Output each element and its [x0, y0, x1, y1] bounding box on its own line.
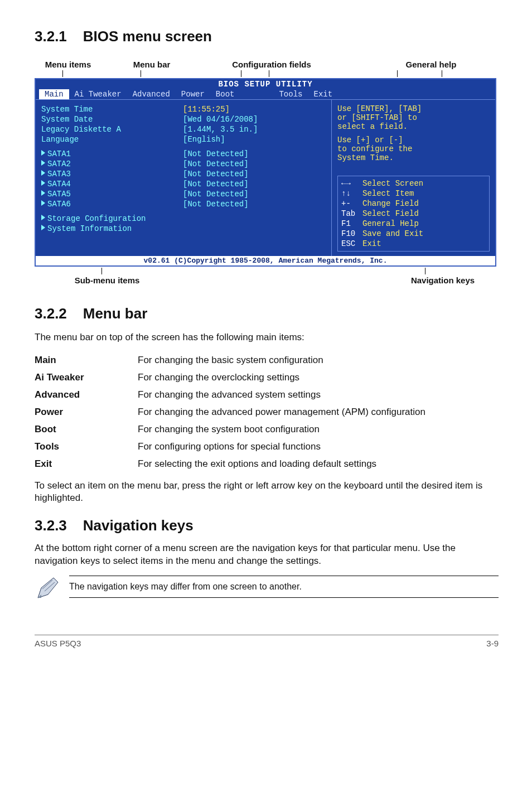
item-legacy-diskette[interactable]: Legacy Diskette A [41, 124, 177, 134]
heading-title: BIOS menu screen [83, 28, 212, 45]
help-line: to configure the [337, 144, 490, 153]
navkey-plus-minus: +- [341, 199, 362, 209]
page-footer: ASUS P5Q3 3-9 [35, 635, 499, 648]
item-sata4[interactable]: SATA4 [41, 179, 177, 189]
menubar-intro: The menu bar on top of the screen has th… [35, 331, 499, 344]
menubar-exit[interactable]: Exit [308, 89, 338, 99]
navkey-label: General Help [362, 219, 419, 228]
navkey-tab: Tab [341, 209, 362, 219]
chevron-right-icon [41, 215, 45, 220]
label-general-help: General help [341, 60, 499, 69]
menubar-aitweaker[interactable]: Ai Tweaker [69, 89, 127, 99]
note-box: The navigation keys may differ from one … [35, 576, 499, 601]
navkeys-body: At the bottom right corner of a menu scr… [35, 542, 499, 568]
callout-labels-bottom: Sub-menu items Navigation keys [35, 276, 499, 285]
help-line: System Time. [337, 153, 490, 162]
bios-left-panel: System Time System Date Legacy Diskette … [36, 100, 181, 256]
footer-right: 3-9 [486, 639, 499, 648]
val-system-time[interactable]: [11:55:25] [183, 104, 329, 114]
table-row: PowerFor changing the advanced power man… [35, 404, 499, 421]
table-row: AdvancedFor changing the advanced system… [35, 386, 499, 404]
item-system-date[interactable]: System Date [41, 114, 177, 124]
menubar-boot[interactable]: Boot [210, 89, 240, 99]
chevron-right-icon [41, 150, 45, 156]
navkey-label: Change Field [362, 199, 419, 208]
help-line: Use [ENTER], [TAB] [337, 104, 490, 113]
heading-num: 3.2.3 [35, 517, 67, 534]
navkey-esc: ESC [341, 239, 362, 249]
note-text: The navigation keys may differ from one … [69, 576, 499, 597]
navkey-label: Select Item [362, 189, 414, 198]
menubar-tools[interactable]: Tools [273, 89, 308, 99]
heading-num: 3.2.1 [35, 28, 67, 45]
val-sata4: [Not Detected] [183, 179, 329, 189]
val-sata1: [Not Detected] [183, 149, 329, 159]
divider [69, 597, 499, 598]
chevron-right-icon [41, 180, 45, 186]
chevron-right-icon [41, 190, 45, 196]
heading-3-2-3: 3.2.3 Navigation keys [35, 517, 499, 534]
chevron-right-icon [41, 200, 45, 206]
pencil-note-icon [35, 576, 60, 601]
navkey-label: Save and Exit [362, 229, 423, 238]
chevron-right-icon [41, 160, 45, 166]
label-menu-bar: Menu bar [101, 60, 191, 69]
heading-title: Navigation keys [83, 517, 194, 534]
help-line: or [SHIFT-TAB] to [337, 113, 490, 122]
heading-title: Menu bar [83, 305, 148, 322]
item-language[interactable]: Language [41, 134, 177, 144]
navkey-label: Exit [362, 239, 381, 248]
help-line: Use [+] or [-] [337, 136, 490, 144]
table-row: MainFor changing the basic system config… [35, 352, 499, 369]
navkey-label: Select Screen [362, 179, 423, 188]
label-menu-items: Menu items [35, 60, 101, 69]
bios-footer: v02.61 (C)Copyright 1985-2008, American … [36, 256, 495, 265]
menubar-outro: To select an item on the menu bar, press… [35, 480, 499, 505]
item-system-info[interactable]: System Information [41, 224, 177, 234]
menubar-power[interactable]: Power [176, 89, 210, 99]
item-storage-config[interactable]: Storage Configuration [41, 214, 177, 224]
callout-labels-top: Menu items Menu bar Configuration fields… [35, 60, 499, 69]
val-legacy-diskette[interactable]: [1.44M, 3.5 in.] [183, 124, 329, 134]
menubar-main[interactable]: Main [39, 89, 69, 99]
item-sata1[interactable]: SATA1 [41, 149, 177, 159]
bios-mid-panel: [11:55:25] [Wed 04/16/2008] [1.44M, 3.5 … [181, 100, 331, 256]
chevron-right-icon [41, 225, 45, 230]
table-row: ToolsFor configuring options for special… [35, 438, 499, 456]
label-submenu-items: Sub-menu items [35, 276, 163, 285]
heading-3-2-1: 3.2.1 BIOS menu screen [35, 28, 499, 45]
footer-left: ASUS P5Q3 [35, 639, 81, 648]
item-system-time[interactable]: System Time [41, 104, 177, 114]
heading-3-2-2: 3.2.2 Menu bar [35, 305, 499, 322]
val-sata2: [Not Detected] [183, 159, 329, 169]
bios-screen: BIOS SETUP UTILITY Main Ai Tweaker Advan… [35, 78, 496, 267]
val-sata6: [Not Detected] [183, 199, 329, 209]
bios-menubar: Main Ai Tweaker Advanced Power Boot Tool… [36, 89, 495, 100]
navkey-arrows-lr: ←→ [341, 178, 362, 189]
callout-ticks-top [35, 70, 499, 78]
val-system-date[interactable]: [Wed 04/16/2008] [183, 114, 329, 124]
menubar-advanced[interactable]: Advanced [127, 89, 176, 99]
chevron-right-icon [41, 170, 45, 176]
val-language[interactable]: [English] [183, 134, 329, 144]
heading-num: 3.2.2 [35, 305, 67, 322]
help-line: select a field. [337, 122, 490, 131]
item-sata5[interactable]: SATA5 [41, 189, 177, 199]
item-sata6[interactable]: SATA6 [41, 199, 177, 209]
table-row: BootFor changing the system boot configu… [35, 421, 499, 438]
bios-title: BIOS SETUP UTILITY [36, 79, 495, 89]
item-sata3[interactable]: SATA3 [41, 169, 177, 179]
navkey-f10: F10 [341, 229, 362, 239]
table-row: Ai TweakerFor changing the overclocking … [35, 369, 499, 386]
callout-ticks-bottom [35, 267, 499, 274]
table-row: ExitFor selecting the exit options and l… [35, 456, 499, 473]
navkey-label: Select Field [362, 209, 419, 218]
label-config-fields: Configuration fields [191, 60, 341, 69]
menubar-table: MainFor changing the basic system config… [35, 352, 499, 473]
navkey-f1: F1 [341, 219, 362, 229]
val-sata5: [Not Detected] [183, 189, 329, 199]
bios-right-panel: Use [ENTER], [TAB] or [SHIFT-TAB] to sel… [331, 100, 495, 256]
val-sata3: [Not Detected] [183, 169, 329, 179]
item-sata2[interactable]: SATA2 [41, 159, 177, 169]
navkey-arrows-ud: ↑↓ [341, 189, 362, 199]
